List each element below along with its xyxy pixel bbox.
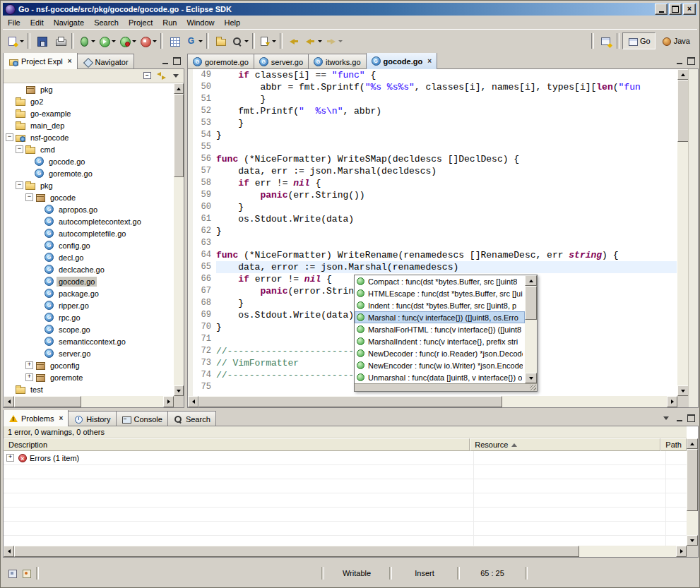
tab-console[interactable]: Console — [116, 411, 168, 426]
maximize-view-button[interactable] — [686, 413, 696, 424]
fast-view-icon[interactable] — [6, 568, 18, 579]
column-header-resource[interactable]: Resource — [470, 438, 660, 451]
tree-item-test[interactable]: test — [4, 383, 174, 395]
problems-horizontal-scrollbar[interactable] — [4, 546, 687, 557]
scroll-up-button[interactable] — [525, 275, 537, 286]
open-resource-button[interactable] — [211, 32, 230, 49]
close-icon[interactable]: × — [59, 415, 63, 422]
line-number[interactable]: 70 — [193, 321, 216, 333]
code-line-65[interactable]: 65 data, error := json.Marshal(renamedes… — [193, 261, 677, 273]
tree-item-gocode-go[interactable]: gocode.go — [4, 155, 174, 167]
maximize-view-button[interactable] — [686, 56, 696, 66]
debug-button[interactable] — [76, 32, 97, 49]
tree-item-main-dep[interactable]: main_dep — [4, 119, 174, 131]
popup-vertical-scrollbar[interactable] — [525, 275, 537, 383]
next-annotation-button[interactable] — [257, 32, 278, 49]
tree-item-autocompletefile-go[interactable]: autocompletefile.go — [4, 227, 174, 239]
column-header-description[interactable]: Description — [4, 438, 470, 451]
completion-item[interactable]: Marshal : func(v interface{}) ([]uint8, … — [355, 311, 525, 323]
collapse-expander-icon[interactable]: − — [16, 181, 23, 189]
code-line-55[interactable]: 55 — [193, 141, 677, 153]
tree-item-semanticcontext-go[interactable]: semanticcontext.go — [4, 335, 174, 347]
scroll-thumb[interactable] — [198, 396, 502, 407]
completion-item[interactable]: MarshalForHTML : func(v interface{}) ([]… — [355, 323, 525, 335]
external-tools-button[interactable] — [138, 32, 158, 49]
tab-project-expl[interactable]: Project Expl× — [3, 53, 78, 69]
line-number[interactable]: 53 — [193, 117, 216, 129]
scroll-thumb[interactable] — [525, 286, 537, 320]
scroll-down-button[interactable] — [525, 373, 537, 383]
line-number[interactable]: 52 — [193, 105, 216, 117]
line-number[interactable]: 66 — [193, 273, 216, 285]
title-bar[interactable]: Go - nsf-gocode/src/pkg/gocode/gocode.go… — [3, 3, 697, 16]
content-assist-list[interactable]: Compact : func(dst *bytes.Buffer, src []… — [355, 275, 525, 383]
scroll-up-button[interactable] — [687, 438, 698, 449]
completion-item[interactable]: Unmarshal : func(data []uint8, v interfa… — [355, 371, 525, 383]
project-tree[interactable]: pkggo2go-examplemain_dep−nsf-gocode−cmdg… — [4, 83, 174, 396]
tree-item-go-example[interactable]: go-example — [4, 107, 174, 119]
menu-project[interactable]: Project — [124, 16, 158, 29]
menu-file[interactable]: File — [3, 16, 25, 29]
line-number[interactable]: 55 — [193, 141, 216, 153]
menu-help[interactable]: Help — [220, 16, 246, 29]
completion-item[interactable]: Compact : func(dst *bytes.Buffer, src []… — [355, 275, 525, 287]
scroll-up-button[interactable] — [174, 83, 184, 94]
tree-horizontal-scrollbar[interactable] — [4, 396, 174, 407]
print-button[interactable] — [51, 32, 69, 49]
view-menu-button[interactable] — [660, 413, 672, 424]
code-line-51[interactable]: 51 } — [193, 93, 677, 105]
code-line-57[interactable]: 57 data, err := json.Marshal(decldescs) — [193, 165, 677, 177]
tree-item-pkg[interactable]: −pkg — [4, 179, 174, 191]
completion-item[interactable]: NewDecoder : func(r io.Reader) *json.Dec… — [355, 347, 525, 359]
scroll-thumb[interactable] — [14, 396, 81, 407]
run-last-button[interactable] — [117, 32, 138, 49]
tab-server-go[interactable]: server.go — [254, 54, 309, 69]
code-line-50[interactable]: 50 abbr = fmt.Sprintf("%s %s%s", classes… — [193, 81, 677, 93]
scroll-thumb[interactable] — [14, 546, 579, 557]
scroll-right-button[interactable] — [163, 396, 174, 407]
code-line-49[interactable]: 49 if classes[i] == "func" { — [193, 69, 677, 81]
tree-item-config-go[interactable]: config.go — [4, 239, 174, 251]
window-close-button[interactable]: × — [683, 4, 696, 15]
line-number[interactable]: 63 — [193, 237, 216, 249]
menu-window[interactable]: Window — [182, 16, 219, 29]
line-number[interactable]: 67 — [193, 285, 216, 297]
link-with-editor-button[interactable] — [156, 71, 168, 81]
problems-vertical-scrollbar[interactable] — [687, 438, 698, 546]
close-icon[interactable]: × — [68, 58, 72, 65]
line-number[interactable]: 71 — [193, 333, 216, 345]
scroll-down-button[interactable] — [677, 385, 689, 396]
code-line-59[interactable]: 59 panic(err.String()) — [193, 189, 677, 201]
code-line-53[interactable]: 53 } — [193, 117, 677, 129]
scroll-thumb[interactable] — [174, 94, 184, 177]
line-number[interactable]: 74 — [193, 369, 216, 381]
perspective-button-java[interactable]: Java — [657, 33, 694, 49]
problems-table-body[interactable]: +×Errors (1 item) — [4, 451, 687, 546]
collapse-all-button[interactable] — [142, 71, 154, 81]
code-line-60[interactable]: 60 } — [193, 201, 677, 213]
menu-run[interactable]: Run — [158, 16, 182, 29]
completion-item[interactable]: HTMLEscape : func(dst *bytes.Buffer, src… — [355, 287, 525, 299]
scroll-thumb[interactable] — [677, 80, 689, 142]
code-line-64[interactable]: 64func (*NiceFormatter) WriteRename(rena… — [193, 249, 677, 261]
line-number[interactable]: 62 — [193, 225, 216, 237]
tree-item-goremote[interactable]: +goremote — [4, 371, 174, 383]
code-line-62[interactable]: 62} — [193, 225, 677, 237]
line-number[interactable]: 60 — [193, 201, 216, 213]
code-line-52[interactable]: 52 fmt.Printf(" %s\n", abbr) — [193, 105, 677, 117]
tree-item-server-go[interactable]: server.go — [4, 347, 174, 359]
tree-item-scope-go[interactable]: scope.go — [4, 323, 174, 335]
tree-item-decl-go[interactable]: decl.go — [4, 251, 174, 263]
line-number[interactable]: 49 — [193, 69, 216, 81]
back-button[interactable] — [303, 32, 324, 49]
line-number[interactable]: 51 — [193, 93, 216, 105]
code-line-63[interactable]: 63 — [193, 237, 677, 249]
new-wizard-button[interactable] — [5, 32, 25, 49]
tree-item-nsf-gocode[interactable]: −nsf-gocode — [4, 131, 174, 143]
scroll-right-button[interactable] — [676, 546, 687, 557]
tree-item-cmd[interactable]: −cmd — [4, 143, 174, 155]
window-minimize-button[interactable] — [655, 4, 668, 15]
tree-item-apropos-go[interactable]: apropos.go — [4, 203, 174, 215]
go-table-button[interactable] — [165, 32, 184, 49]
line-number[interactable]: 59 — [193, 189, 216, 201]
